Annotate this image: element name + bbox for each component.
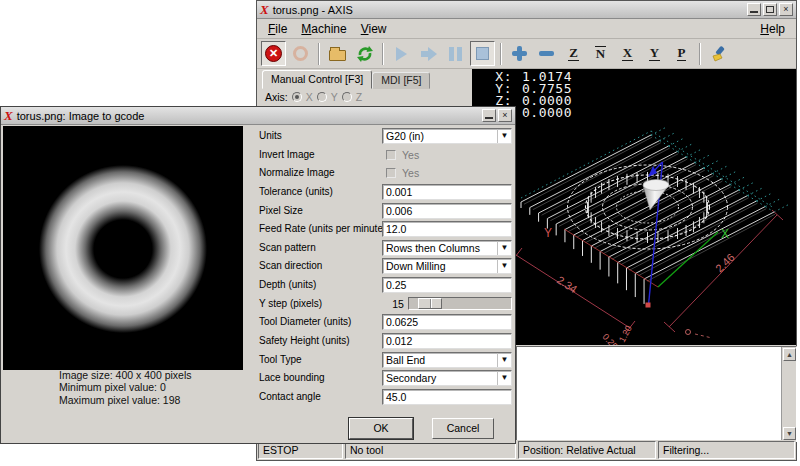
dialog-title: torus.png: Image to gcode	[17, 110, 480, 122]
menu-help[interactable]: Help	[753, 20, 792, 38]
units-combo[interactable]: G20 (in)▼	[382, 128, 512, 144]
toolbar: ✕ Z N X Y P	[257, 39, 796, 69]
stop-icon	[476, 47, 489, 60]
safety-height-input[interactable]: 0.012	[382, 333, 512, 349]
axis-titlebar[interactable]: X torus.png - AXIS ×	[257, 1, 796, 19]
image-size-text: Image size: 400 x 400 pixels	[59, 369, 192, 381]
radio-axis-x[interactable]	[292, 92, 302, 102]
axis-label: Axis:	[265, 91, 288, 103]
brush-icon	[710, 45, 728, 63]
tool-diameter-input[interactable]: 0.0625	[382, 314, 512, 330]
desktop: X torus.png - AXIS × File Machine View H…	[0, 0, 800, 466]
menubar: File Machine View Help	[257, 19, 796, 39]
menu-machine[interactable]: Machine	[294, 20, 353, 38]
radio-axis-z[interactable]	[342, 92, 352, 102]
pixel-size-input[interactable]: 0.006	[382, 203, 512, 219]
feed-rate-input[interactable]: 12.0	[382, 221, 512, 237]
pause-icon	[449, 47, 462, 61]
safety-height-label: Safety Height (units)	[259, 335, 350, 346]
dialog-logo-icon: X	[4, 109, 13, 122]
clear-plot-button[interactable]	[706, 41, 731, 66]
axis-x-label: X	[306, 91, 313, 103]
view-p-button[interactable]: P	[669, 41, 694, 66]
view-x-icon: X	[622, 46, 633, 61]
chevron-down-icon: ▼	[497, 129, 511, 143]
menu-view[interactable]: View	[354, 20, 394, 38]
view-y-button[interactable]: Y	[642, 41, 667, 66]
tolerance-label: Tolerance (units)	[259, 186, 333, 197]
y-step-slider[interactable]	[408, 297, 512, 310]
pixel-size-label: Pixel Size	[259, 205, 303, 216]
radio-axis-y[interactable]	[317, 92, 327, 102]
tab-manual-control[interactable]: Manual Control [F3]	[262, 70, 372, 89]
status-filter: Filtering...	[658, 441, 795, 459]
minus-icon	[539, 51, 554, 56]
y-axis-line	[564, 229, 658, 287]
anno-b-label: 1.20	[617, 324, 634, 344]
machine-power-button[interactable]	[288, 41, 313, 66]
max-pixel-text: Maximum pixel value: 198	[59, 394, 192, 406]
contact-angle-label: Contact angle	[259, 391, 321, 402]
preview-area[interactable]: 2.34 2.46 0.25 1.20 X Y	[472, 69, 796, 345]
axis-z-label: Z	[356, 91, 362, 103]
open-file-button[interactable]	[325, 41, 350, 66]
units-label: Units	[259, 130, 282, 141]
lace-bounding-label: Lace bounding	[259, 372, 325, 383]
stop-button[interactable]	[470, 41, 495, 66]
chevron-down-icon: ▼	[497, 259, 511, 273]
close-button[interactable]: ×	[779, 3, 793, 16]
cancel-button[interactable]: Cancel	[432, 418, 494, 439]
image-info: Image size: 400 x 400 pixels Minimum pix…	[59, 369, 192, 406]
x-axis-label: X	[721, 227, 729, 241]
axis-select-row: Axis: X Y Z	[257, 89, 472, 105]
pause-button[interactable]	[443, 41, 468, 66]
tool-type-combo[interactable]: Ball End▼	[382, 352, 512, 368]
gcode-scrollbar[interactable]: ▲ ▼	[781, 347, 796, 441]
zoom-in-button[interactable]	[507, 41, 532, 66]
minimize-button[interactable]	[747, 3, 761, 16]
estop-button[interactable]: ✕	[261, 41, 286, 66]
menu-file[interactable]: File	[261, 20, 294, 38]
tab-mdi[interactable]: MDI [F5]	[372, 72, 430, 89]
dialog-close-button[interactable]: ×	[498, 109, 512, 122]
tool-type-label: Tool Type	[259, 354, 302, 365]
view-x-button[interactable]: X	[615, 41, 640, 66]
depth-input[interactable]: 0.25	[382, 277, 512, 293]
view-z2-button[interactable]: N	[588, 41, 613, 66]
torus-image	[3, 126, 243, 370]
depth-label: Depth (units)	[259, 279, 316, 290]
dim-left-label: 2.34	[555, 274, 580, 296]
step-button[interactable]	[416, 41, 441, 66]
scroll-up-icon[interactable]: ▲	[783, 348, 796, 361]
gcode-listing[interactable]: ▲ ▼	[516, 346, 797, 442]
chevron-down-icon: ▼	[497, 353, 511, 367]
scroll-down-icon[interactable]: ▼	[783, 427, 796, 440]
estop-icon: ✕	[265, 45, 282, 62]
axis-y-label: Y	[331, 91, 338, 103]
reload-button[interactable]	[352, 41, 377, 66]
slider-handle[interactable]	[418, 298, 442, 309]
ok-button[interactable]: OK	[349, 418, 413, 439]
zoom-out-button[interactable]	[534, 41, 559, 66]
tolerance-input[interactable]: 0.001	[382, 184, 512, 200]
dialog-minimize-button[interactable]	[482, 109, 496, 122]
tool-diameter-label: Tool Diameter (units)	[259, 316, 351, 327]
min-pixel-text: Minimum pixel value: 0	[59, 381, 192, 393]
status-position: Position: Relative Actual	[518, 441, 656, 459]
view-z-button[interactable]: Z	[561, 41, 586, 66]
scan-pattern-combo[interactable]: Rows then Columns▼	[382, 240, 512, 256]
image-to-gcode-dialog: X torus.png: Image to gcode × Image size…	[0, 106, 516, 444]
dialog-titlebar[interactable]: X torus.png: Image to gcode ×	[1, 107, 515, 125]
play-icon	[396, 47, 407, 61]
plus-icon	[512, 46, 527, 61]
invert-image-checkbox[interactable]	[386, 150, 396, 160]
maximize-button[interactable]	[763, 3, 777, 16]
lace-bounding-combo[interactable]: Secondary▼	[382, 370, 512, 386]
normalize-image-checkbox[interactable]	[386, 168, 396, 178]
view-z2-icon: N	[595, 46, 606, 61]
scan-direction-combo[interactable]: Down Milling▼	[382, 258, 512, 274]
view-z-icon: Z	[568, 46, 579, 61]
view-y-icon: Y	[649, 46, 660, 61]
contact-angle-input[interactable]: 45.0	[382, 389, 512, 405]
run-button[interactable]	[389, 41, 414, 66]
